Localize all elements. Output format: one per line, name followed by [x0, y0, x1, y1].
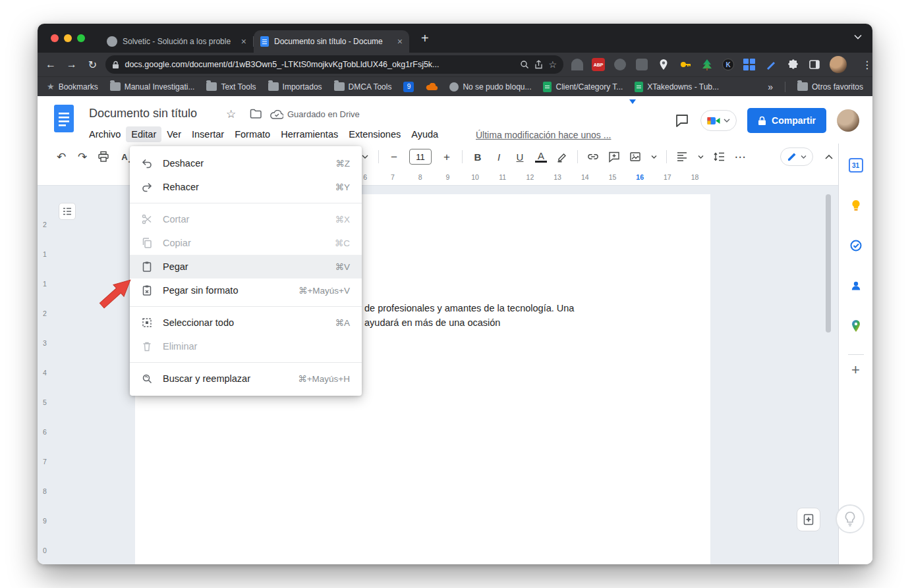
bookmark-blocked[interactable]: No se pudo bloqu... — [449, 82, 531, 92]
last-modified-link[interactable]: Última modificación hace unos ... — [476, 130, 611, 140]
account-avatar[interactable] — [837, 109, 859, 132]
font-size-input[interactable]: 11 — [409, 149, 432, 165]
zoom-icon[interactable] — [520, 60, 529, 69]
grid-extension-icon[interactable] — [743, 58, 756, 71]
align-button[interactable] — [676, 151, 688, 162]
menu-item-deshacer[interactable]: Deshacer ⌘Z — [130, 151, 362, 175]
back-button[interactable]: ← — [43, 57, 59, 72]
align-chevron-icon[interactable] — [697, 155, 704, 159]
increase-font-size-button[interactable]: + — [441, 151, 453, 163]
contacts-icon[interactable] — [843, 273, 869, 299]
address-bar[interactable]: docs.google.com/document/d/1wB3Own5_-LTK… — [105, 55, 563, 74]
styles-chevron-icon[interactable] — [361, 155, 369, 159]
indent-marker[interactable] — [629, 99, 636, 104]
bookmark-bookmarks[interactable]: ★ Bookmarks — [47, 82, 98, 92]
menu-extensiones[interactable]: Extensiones — [343, 126, 406, 142]
document-title[interactable]: Documento sin título — [89, 107, 197, 120]
bookmarks-overflow-chevron[interactable]: » — [768, 82, 773, 92]
puzzle-extensions-icon[interactable] — [786, 58, 799, 71]
cloud-bookmark-icon[interactable] — [426, 83, 438, 91]
docs-logo-icon[interactable] — [54, 105, 74, 132]
forward-button[interactable]: → — [64, 57, 80, 72]
browser-menu-kebab-icon[interactable]: ⋮ — [862, 59, 872, 71]
menu-item-buscar-y-reemplazar[interactable]: Buscar y reemplazar ⌘+Mayús+H — [130, 367, 362, 390]
spellcheck-button[interactable]: A✓ — [119, 152, 130, 162]
image-chevron-icon[interactable] — [650, 155, 657, 159]
tree-extension-icon[interactable] — [700, 58, 714, 71]
tab-document[interactable]: Documento sin título - Docume × — [254, 30, 409, 53]
adblock-plus-extension-icon[interactable]: ABP — [592, 58, 605, 71]
menu-ayuda[interactable]: Ayuda — [406, 126, 443, 142]
bookmark-folder[interactable]: Text Tools — [206, 82, 256, 92]
bookmark-sheet[interactable]: XTakedowns - Tub... — [635, 82, 719, 92]
explore-button[interactable] — [797, 508, 820, 531]
close-tab-icon[interactable]: × — [241, 37, 246, 46]
tab-solvetic[interactable]: Solvetic - Solución a los proble × — [100, 30, 253, 53]
minimize-window-button[interactable] — [64, 34, 72, 42]
star-document-icon[interactable]: ☆ — [226, 107, 236, 121]
reload-button[interactable]: ↻ — [85, 57, 101, 72]
underline-button[interactable]: U — [514, 151, 526, 163]
decrease-font-size-button[interactable]: − — [388, 151, 400, 163]
menu-editar[interactable]: Editar — [126, 126, 161, 142]
document-text-line[interactable]: ayudará en más de una ocasión — [364, 317, 500, 328]
get-addons-button[interactable]: + — [851, 363, 860, 377]
k-extension-icon[interactable]: K — [722, 59, 734, 70]
extension-icon[interactable] — [636, 59, 648, 70]
highlight-color-button[interactable] — [556, 151, 568, 163]
fullscreen-window-button[interactable] — [77, 34, 85, 42]
menu-ver[interactable]: Ver — [161, 126, 186, 142]
bookmark-favicon-9[interactable]: 9 — [403, 82, 414, 92]
help-bulb-button[interactable] — [836, 504, 865, 533]
share-icon[interactable] — [534, 60, 543, 69]
undo-button[interactable]: ↶ — [55, 151, 67, 163]
bold-button[interactable]: B — [472, 151, 484, 163]
keep-icon[interactable] — [843, 192, 869, 219]
menu-item-pegar[interactable]: Pegar ⌘V — [130, 255, 362, 279]
insert-image-button[interactable] — [629, 151, 641, 163]
share-button[interactable]: Compartir — [747, 108, 826, 133]
extension-icon[interactable] — [614, 59, 626, 70]
document-outline-button[interactable] — [59, 203, 76, 220]
bookmark-sheet[interactable]: Client/Category T... — [543, 82, 623, 92]
document-text-line[interactable]: de profesionales y amantes de la tecnolo… — [364, 303, 574, 313]
add-comment-button[interactable] — [608, 151, 620, 163]
bookmark-folder[interactable]: Manual Investigati... — [110, 82, 195, 92]
side-panel-icon[interactable] — [808, 58, 821, 71]
move-to-folder-icon[interactable] — [250, 109, 262, 119]
editing-mode-button[interactable] — [780, 147, 813, 166]
line-spacing-button[interactable] — [713, 151, 725, 162]
pen-extension-icon[interactable] — [764, 58, 778, 71]
menu-insertar[interactable]: Insertar — [186, 126, 229, 142]
profile-avatar[interactable] — [830, 56, 847, 73]
save-status[interactable]: Guardado en Drive — [270, 109, 360, 119]
bookmark-folder[interactable]: Importados — [268, 82, 322, 92]
tab-search-chevron-icon[interactable] — [854, 34, 862, 40]
location-pin-extension-icon[interactable] — [657, 58, 670, 71]
print-button[interactable] — [98, 151, 109, 163]
menu-item-rehacer[interactable]: Rehacer ⌘Y — [130, 175, 362, 199]
other-bookmarks-folder[interactable]: Otros favoritos — [797, 82, 863, 92]
menu-item-pegar-sin-formato[interactable]: Pegar sin formato ⌘+Mayús+V — [130, 279, 362, 302]
more-toolbar-options[interactable]: ⋯ — [734, 151, 746, 163]
comments-icon[interactable] — [674, 113, 690, 128]
collapse-toolbar-icon[interactable] — [825, 155, 833, 159]
menu-item-seleccionar-todo[interactable]: Seleccionar todo ⌘A — [130, 311, 362, 334]
tasks-icon[interactable] — [843, 232, 869, 259]
menu-formato[interactable]: Formato — [229, 126, 275, 142]
maps-icon[interactable] — [843, 313, 869, 339]
menu-archivo[interactable]: Archivo — [84, 126, 126, 142]
meet-button[interactable] — [700, 110, 737, 131]
extension-icon[interactable] — [571, 59, 583, 70]
redo-button[interactable]: ↷ — [76, 151, 88, 163]
menu-herramientas[interactable]: Herramientas — [275, 126, 343, 142]
new-tab-button[interactable]: + — [421, 32, 429, 45]
vertical-ruler[interactable]: 211234567890 — [38, 210, 52, 564]
document-scrollbar[interactable] — [826, 194, 831, 333]
text-color-button[interactable]: A — [535, 151, 547, 163]
italic-button[interactable]: I — [493, 151, 505, 163]
insert-link-button[interactable] — [587, 151, 599, 163]
close-tab-icon[interactable]: × — [397, 37, 403, 46]
close-window-button[interactable] — [51, 34, 59, 42]
bookmark-folder[interactable]: DMCA Tools — [334, 82, 392, 92]
